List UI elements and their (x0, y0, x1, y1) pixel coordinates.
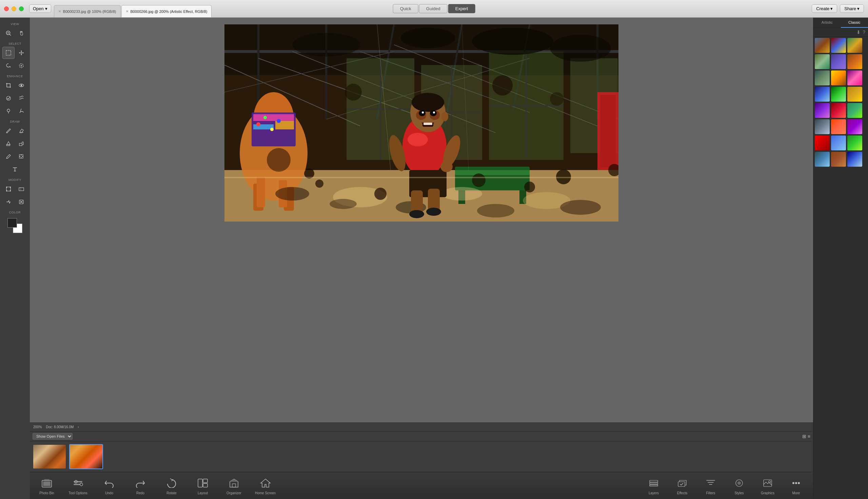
filter-thumb-20[interactable] (831, 135, 846, 150)
quick-select-button[interactable] (15, 60, 27, 72)
text-tool-button[interactable] (9, 163, 21, 175)
styles-label: Styles (734, 491, 744, 495)
crop-tool-button[interactable] (2, 79, 15, 92)
tab-2[interactable]: ✕ B0000266.jpg @ 200% (Artistic Effect, … (121, 5, 212, 17)
guided-mode-button[interactable]: Guided (419, 4, 448, 13)
filter-thumb-17[interactable] (831, 119, 846, 134)
filter-thumb-10[interactable] (815, 87, 830, 102)
artistic-tab[interactable]: Artistic (813, 17, 841, 28)
filter-thumb-8[interactable] (831, 71, 846, 85)
filter-thumb-19[interactable] (815, 135, 830, 150)
create-button[interactable]: Create ▾ (812, 4, 837, 13)
show-files-select[interactable]: Show Open Files (33, 433, 73, 440)
brush-tool-button[interactable] (2, 125, 15, 137)
color-section (8, 218, 22, 233)
filter-thumb-21[interactable] (847, 135, 862, 150)
recompose-button[interactable] (15, 183, 27, 195)
puzzle-button[interactable] (15, 150, 27, 162)
pattern-stamp-button[interactable] (15, 137, 27, 150)
warp-tool-button[interactable] (15, 92, 27, 104)
spot-heal-button[interactable] (2, 92, 15, 104)
move-tool-button[interactable] (15, 47, 27, 59)
filter-thumb-7[interactable] (815, 71, 830, 85)
healing-icon (18, 199, 24, 205)
eraser-tool-button[interactable] (15, 125, 27, 137)
filter-thumb-18[interactable] (847, 119, 862, 134)
photo-bin-tool[interactable]: Photo Bin (37, 476, 57, 495)
foreground-color-swatch[interactable] (8, 218, 17, 228)
enhance-tool-row-1 (2, 79, 27, 92)
red-eye-button[interactable] (15, 79, 27, 92)
photo-bin-list-icon[interactable]: ≡ (808, 434, 810, 439)
tool-options-tool[interactable]: Tool Options (68, 476, 88, 495)
lasso-tool-button[interactable] (2, 60, 15, 72)
filter-thumb-13[interactable] (815, 103, 830, 118)
transform-tool-button[interactable] (2, 183, 15, 195)
filter-thumb-15[interactable] (847, 103, 862, 118)
zoom-tool-button[interactable] (2, 27, 15, 39)
styles-panel-tool[interactable]: Styles (729, 476, 749, 495)
color-swatches[interactable] (8, 218, 22, 233)
tab-2-close[interactable]: ✕ (126, 10, 129, 13)
more-panel-tool[interactable]: More (786, 476, 806, 495)
smudge-button[interactable] (15, 105, 27, 117)
effects-panel-tool[interactable]: Effects (672, 476, 692, 495)
svg-point-82 (292, 33, 360, 57)
filter-thumb-5[interactable] (831, 54, 846, 69)
warp-icon (18, 95, 24, 101)
download-panel-icon[interactable]: ⬇ (856, 29, 860, 35)
minimize-window-button[interactable] (12, 7, 16, 11)
svg-rect-134 (678, 482, 685, 486)
share-button[interactable]: Share ▾ (840, 4, 864, 13)
filter-thumb-23[interactable] (831, 152, 846, 167)
canvas-view[interactable] (30, 17, 813, 423)
close-window-button[interactable] (4, 7, 9, 11)
healing-button[interactable] (15, 196, 27, 208)
filter-thumb-6[interactable] (847, 54, 862, 69)
undo-tool[interactable]: Undo (99, 476, 119, 495)
zoom-value: 200% (33, 425, 42, 429)
content-aware-button[interactable] (2, 196, 15, 208)
filter-thumb-14[interactable] (831, 103, 846, 118)
thumb-2[interactable] (69, 444, 103, 469)
expert-mode-button[interactable]: Expert (448, 4, 475, 13)
layers-panel-tool[interactable]: Layers (643, 476, 664, 495)
svg-rect-124 (74, 484, 80, 485)
filter-thumb-16[interactable] (815, 119, 830, 134)
redo-tool[interactable]: Redo (130, 476, 151, 495)
marquee-tool-button[interactable] (2, 47, 15, 59)
filter-thumb-24[interactable] (847, 152, 862, 167)
eyedropper-button[interactable] (2, 150, 15, 162)
filter-thumb-11[interactable] (831, 87, 846, 102)
thumb-1[interactable] (33, 444, 67, 469)
tab-1-close[interactable]: ✕ (58, 10, 61, 13)
layers-label: Layers (649, 491, 659, 495)
maximize-window-button[interactable] (19, 7, 24, 11)
status-arrow: › (78, 425, 79, 429)
help-panel-icon[interactable]: ? (863, 29, 865, 35)
hand-tool-button[interactable] (15, 27, 27, 39)
open-button[interactable]: Open ▾ (29, 4, 51, 13)
paint-bucket-button[interactable] (2, 137, 15, 150)
filter-thumb-12[interactable] (847, 87, 862, 102)
dodge-tool-button[interactable] (2, 105, 15, 117)
filter-thumb-9[interactable] (847, 71, 862, 85)
filters-panel-tool[interactable]: Filters (701, 476, 721, 495)
filter-thumb-1[interactable] (815, 38, 830, 53)
svg-rect-4 (6, 50, 11, 55)
filter-thumb-2[interactable] (831, 38, 846, 53)
rotate-tool[interactable]: Rotate (162, 476, 182, 495)
tab-1[interactable]: ✕ B0000233.jpg @ 100% (RGB/8) (54, 5, 121, 17)
zoom-control[interactable]: 200% (33, 425, 42, 429)
layout-tool[interactable]: Layout (193, 476, 213, 495)
home-screen-tool[interactable]: Home Screen (255, 476, 276, 495)
rotate-icon (165, 476, 178, 490)
filter-thumb-4[interactable] (815, 54, 830, 69)
organizer-tool[interactable]: Organizer (224, 476, 244, 495)
graphics-panel-tool[interactable]: Graphics (758, 476, 778, 495)
filter-thumb-22[interactable] (815, 152, 830, 167)
photo-bin-grid-icon[interactable]: ⊞ (802, 434, 806, 439)
quick-mode-button[interactable]: Quick (393, 4, 418, 13)
classic-tab[interactable]: Classic (841, 17, 868, 28)
filter-thumb-3[interactable] (847, 38, 862, 53)
